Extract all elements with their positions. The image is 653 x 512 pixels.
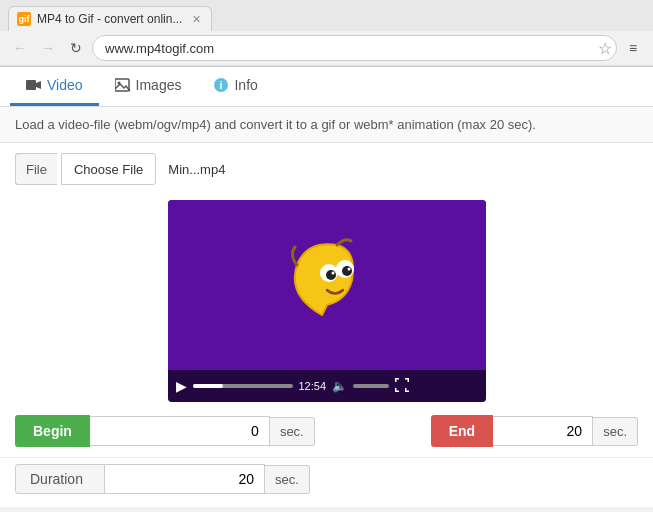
tab-video-label: Video (47, 77, 83, 93)
progress-bar[interactable] (193, 384, 293, 388)
tab-images-label: Images (136, 77, 182, 93)
begin-input[interactable] (90, 416, 270, 446)
begin-sec-label: sec. (270, 417, 315, 446)
fullscreen-button[interactable] (395, 378, 409, 395)
info-bar: Load a video-file (webm/ogv/mp4) and con… (0, 107, 653, 143)
end-sec-label: sec. (593, 417, 638, 446)
file-label: File (15, 153, 57, 185)
end-input[interactable] (493, 416, 593, 446)
tab-close-btn[interactable]: × (192, 11, 200, 27)
svg-point-10 (331, 272, 334, 275)
svg-point-9 (342, 266, 352, 276)
page-content: Video Images i Info Load a video-file (w… (0, 67, 653, 507)
duration-input[interactable] (105, 464, 265, 494)
tab-video[interactable]: Video (10, 67, 99, 106)
menu-button[interactable]: ≡ (621, 36, 645, 60)
video-controls: ▶ 12:54 🔈 (168, 370, 486, 402)
duration-row: Duration sec. (0, 457, 653, 500)
file-name: Min...mp4 (168, 162, 225, 177)
video-icon (26, 77, 42, 93)
video-wrapper: ▶ 12:54 🔈 (0, 195, 653, 407)
browser-tab[interactable]: gif MP4 to Gif - convert onlin... × (8, 6, 212, 31)
svg-rect-0 (26, 80, 36, 90)
video-player: ▶ 12:54 🔈 (168, 200, 486, 402)
nav-bar: ← → ↻ ☆ ≡ (0, 31, 653, 66)
time-controls: Begin sec. End sec. (0, 407, 653, 455)
volume-bar[interactable] (353, 384, 389, 388)
tab-info-label: Info (234, 77, 257, 93)
svg-point-8 (326, 270, 336, 280)
forward-button[interactable]: → (36, 36, 60, 60)
tab-info[interactable]: i Info (197, 67, 273, 106)
volume-button[interactable]: 🔈 (332, 379, 347, 393)
address-bar[interactable] (92, 35, 617, 61)
duration-sec-label: sec. (265, 465, 310, 494)
play-button[interactable]: ▶ (176, 378, 187, 394)
svg-point-11 (347, 268, 350, 271)
end-button[interactable]: End (431, 415, 493, 447)
tab-favicon: gif (17, 12, 31, 26)
file-section: File Choose File Min...mp4 (0, 143, 653, 195)
duration-label: Duration (15, 464, 105, 494)
inner-tabs: Video Images i Info (0, 67, 653, 107)
time-display: 12:54 (299, 380, 327, 392)
video-display (168, 200, 486, 370)
progress-fill (193, 384, 223, 388)
tab-images[interactable]: Images (99, 67, 198, 106)
svg-text:i: i (220, 79, 223, 91)
choose-file-button[interactable]: Choose File (61, 153, 156, 185)
begin-button[interactable]: Begin (15, 415, 90, 447)
tab-bar: gif MP4 to Gif - convert onlin... × (0, 0, 653, 31)
back-button[interactable]: ← (8, 36, 32, 60)
reload-button[interactable]: ↻ (64, 36, 88, 60)
info-icon: i (213, 77, 229, 93)
svg-marker-1 (36, 81, 41, 89)
images-icon (115, 77, 131, 93)
browser-chrome: gif MP4 to Gif - convert onlin... × ← → … (0, 0, 653, 67)
bookmark-button[interactable]: ☆ (593, 36, 617, 60)
info-text: Load a video-file (webm/ogv/mp4) and con… (15, 117, 536, 132)
tab-title: MP4 to Gif - convert onlin... (37, 12, 182, 26)
banana-character (267, 225, 387, 345)
